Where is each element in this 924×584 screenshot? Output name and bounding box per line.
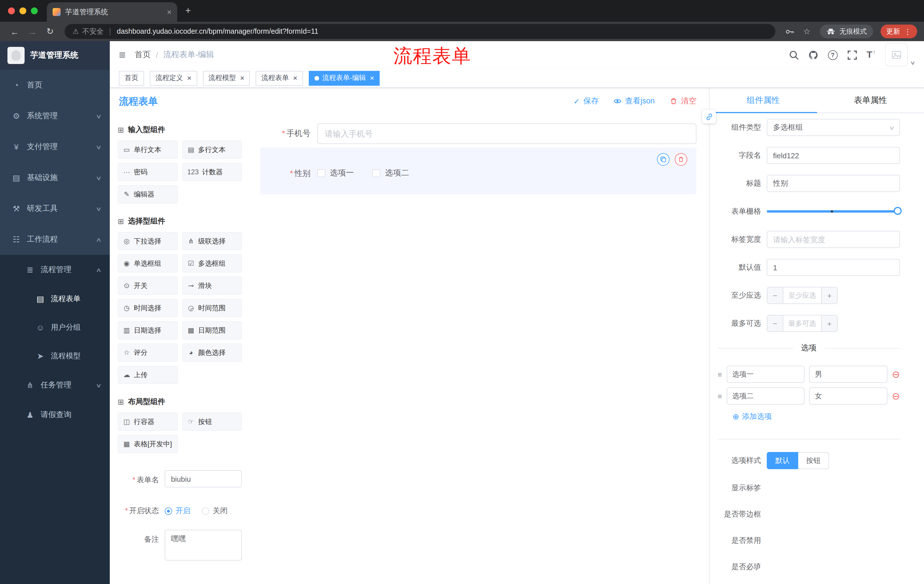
component-item[interactable]: ··· 密码 bbox=[118, 163, 178, 181]
component-item[interactable]: ▦ 表格[开发中] bbox=[118, 435, 178, 453]
bookmark-star-icon[interactable]: ☆ bbox=[799, 27, 814, 36]
reload-button[interactable]: ↻ bbox=[42, 26, 58, 36]
tag-view-item[interactable]: 流程表单 × bbox=[256, 71, 303, 86]
component-item[interactable]: ▤ 多行文本 bbox=[182, 141, 242, 159]
tab-component-props[interactable]: 组件属性 bbox=[710, 88, 817, 113]
min-select-value[interactable]: 至少应选 bbox=[783, 288, 821, 303]
save-button[interactable]: ✓ 保存 bbox=[574, 96, 599, 106]
option-name-input[interactable] bbox=[726, 387, 805, 405]
clear-button[interactable]: 清空 bbox=[670, 96, 696, 106]
tag-close-icon[interactable]: × bbox=[370, 74, 374, 82]
help-icon[interactable]: ? bbox=[828, 50, 837, 60]
component-item[interactable]: ▥ 日期选择 bbox=[118, 321, 178, 339]
sidebar-item[interactable]: ≣ 流程管理 ∧ bbox=[0, 255, 110, 285]
component-item[interactable]: ☞ 按钮 bbox=[182, 413, 242, 431]
fullscreen-icon[interactable] bbox=[847, 50, 857, 60]
drag-handle-icon[interactable]: ≡ bbox=[718, 392, 722, 400]
sidebar-item[interactable]: ☺ 用户分组 bbox=[0, 313, 110, 342]
browser-menu-icon[interactable]: ⋮ bbox=[904, 27, 911, 36]
tag-view-item[interactable]: 首页 × bbox=[119, 71, 144, 86]
label-width-input[interactable] bbox=[767, 231, 900, 248]
sidebar-item[interactable]: ¥ 支付管理 ∨ bbox=[0, 132, 110, 162]
view-json-button[interactable]: 查看json bbox=[614, 96, 655, 106]
status-on-radio[interactable]: 开启 bbox=[165, 506, 190, 516]
sidebar-item[interactable]: ▤ 流程表单 bbox=[0, 285, 110, 313]
form-name-input[interactable] bbox=[165, 470, 242, 487]
sidebar-item[interactable]: ⋔ 任务管理 ∨ bbox=[0, 370, 110, 400]
sidebar-item[interactable]: ☷ 工作流程 ∧ bbox=[0, 224, 110, 255]
sidebar-item[interactable]: ⚙ 系统管理 ∨ bbox=[0, 100, 110, 132]
form-remark-textarea[interactable]: 嘿嘿 bbox=[165, 530, 242, 561]
update-button[interactable]: 更新 ⋮ bbox=[881, 25, 917, 38]
component-item[interactable]: ◫ 行容器 bbox=[118, 413, 178, 431]
option-name-input[interactable] bbox=[726, 366, 805, 383]
component-type-select[interactable]: 多选框组 ∨ bbox=[767, 119, 900, 136]
breadcrumb-root[interactable]: 首页 bbox=[135, 50, 151, 60]
zoom-window-button[interactable] bbox=[31, 7, 38, 14]
user-avatar[interactable]: ∨ bbox=[885, 42, 915, 67]
component-item[interactable]: 123 计数器 bbox=[182, 163, 242, 181]
sidebar-item[interactable]: ◔ 首页 bbox=[0, 70, 110, 100]
link-icon[interactable] bbox=[702, 110, 716, 123]
default-value-input[interactable] bbox=[767, 259, 900, 276]
gender-option-checkbox[interactable]: 选项一 bbox=[317, 168, 354, 178]
tag-close-icon[interactable]: × bbox=[293, 74, 297, 82]
slider-handle[interactable] bbox=[894, 207, 902, 215]
option-value-input[interactable] bbox=[809, 387, 887, 405]
sidebar-item[interactable]: ▤ 基础设施 ∨ bbox=[0, 162, 110, 193]
component-item[interactable]: ◷ 时间选择 bbox=[118, 299, 178, 317]
decrease-button[interactable]: − bbox=[767, 288, 783, 303]
hamburger-icon[interactable]: ≡ bbox=[119, 49, 125, 61]
tag-view-item[interactable]: 流程定义 × bbox=[150, 71, 197, 86]
component-item[interactable]: ☆ 评分 bbox=[118, 344, 178, 362]
font-size-icon[interactable]: T↑ bbox=[866, 50, 875, 60]
tag-close-icon[interactable]: × bbox=[187, 74, 191, 82]
status-off-radio[interactable]: 关闭 bbox=[202, 506, 228, 516]
close-window-button[interactable] bbox=[8, 7, 15, 14]
tab-form-props[interactable]: 表单属性 bbox=[817, 88, 924, 113]
tab-close-icon[interactable]: × bbox=[167, 7, 172, 16]
grid-slider[interactable] bbox=[767, 203, 900, 220]
component-item[interactable]: ⋔ 级联选择 bbox=[182, 232, 242, 250]
component-item[interactable]: ◶ 时间范围 bbox=[182, 299, 242, 317]
new-tab-button[interactable]: + bbox=[185, 5, 191, 16]
gender-option-checkbox[interactable]: 选项二 bbox=[373, 168, 409, 178]
field-name-input[interactable] bbox=[767, 147, 900, 164]
sidebar-item[interactable]: ➤ 流程模型 bbox=[0, 342, 110, 370]
tag-view-item[interactable]: 流程模型 × bbox=[203, 71, 250, 86]
password-key-icon[interactable] bbox=[782, 27, 797, 36]
back-button[interactable]: ← bbox=[7, 26, 22, 36]
phone-input[interactable] bbox=[317, 123, 696, 144]
component-item[interactable]: ☑ 多选框组 bbox=[182, 254, 242, 273]
component-item[interactable]: ◎ 下拉选择 bbox=[118, 232, 178, 250]
browser-tab[interactable]: 芋道管理系统 × bbox=[47, 2, 177, 22]
max-select-value[interactable]: 最多可选 bbox=[783, 316, 821, 331]
add-option-button[interactable]: ⊕ 添加选项 bbox=[733, 411, 772, 422]
sidebar-item[interactable]: ♟ 请假查询 bbox=[0, 400, 110, 430]
tag-close-icon[interactable]: × bbox=[240, 74, 244, 82]
component-item[interactable]: ⊸ 滑块 bbox=[182, 276, 242, 295]
address-bar[interactable]: ⚠ 不安全 dashboard.yudao.iocoder.cn/bpm/man… bbox=[64, 24, 776, 39]
delete-widget-button[interactable] bbox=[675, 153, 687, 166]
remove-option-icon[interactable]: ⊖ bbox=[892, 391, 900, 401]
sidebar-item[interactable]: ⚒ 研发工具 ∨ bbox=[0, 193, 110, 224]
selected-widget-gender[interactable]: *性别 选项一 bbox=[260, 147, 696, 194]
remove-option-icon[interactable]: ⊖ bbox=[892, 369, 900, 379]
component-item[interactable]: ☁ 上传 bbox=[118, 366, 178, 384]
github-icon[interactable] bbox=[808, 50, 818, 60]
copy-widget-button[interactable] bbox=[657, 153, 670, 166]
component-item[interactable]: ▭ 单行文本 bbox=[118, 141, 178, 159]
tag-view-item[interactable]: 流程表单-编辑 × bbox=[309, 71, 380, 86]
component-item[interactable]: ◉ 单选框组 bbox=[118, 254, 178, 273]
forward-button[interactable]: → bbox=[25, 26, 40, 36]
decrease-button[interactable]: − bbox=[767, 316, 783, 331]
drag-handle-icon[interactable]: ≡ bbox=[718, 370, 722, 378]
minimize-window-button[interactable] bbox=[20, 7, 26, 14]
search-icon[interactable] bbox=[789, 50, 799, 60]
component-item[interactable]: ✎ 编辑器 bbox=[118, 185, 178, 204]
increase-button[interactable]: + bbox=[821, 316, 837, 331]
component-item[interactable]: ▩ 日期范围 bbox=[182, 321, 242, 339]
style-default-button[interactable]: 默认 bbox=[767, 452, 798, 469]
component-item[interactable]: ⊙ 开关 bbox=[118, 276, 178, 295]
component-item[interactable]: ◕ 颜色选择 bbox=[182, 344, 242, 362]
